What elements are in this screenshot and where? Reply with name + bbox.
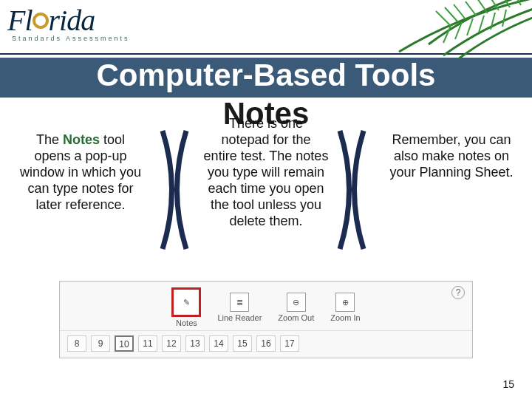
question-number[interactable]: 11 <box>138 335 157 352</box>
page-number: 15 <box>502 378 514 390</box>
toolbar-item-label: Zoom In <box>330 313 360 322</box>
col-left-pre: The <box>36 132 63 147</box>
question-number[interactable]: 14 <box>209 335 228 352</box>
question-number[interactable]: 10 <box>115 335 134 352</box>
palm-frond-decor <box>340 0 532 66</box>
notes-icon: ✎ <box>171 287 201 317</box>
logo-o-ring <box>33 13 49 29</box>
question-number[interactable]: 13 <box>185 335 205 352</box>
toolbar-item-notes[interactable]: ✎Notes <box>171 287 201 327</box>
svg-line-2 <box>454 4 466 19</box>
column-middle: There is one notepad for the entire test… <box>203 105 329 229</box>
zoom-in-icon: ⊕ <box>335 293 355 312</box>
divider-arc-2 <box>318 127 384 253</box>
logo-wordmark: Flrida <box>7 3 130 38</box>
svg-line-13 <box>502 10 506 27</box>
line-reader-icon: ≣ <box>230 293 249 312</box>
svg-line-1 <box>445 7 458 22</box>
toolbar-screenshot: ✎Notes≣Line Reader⊖Zoom Out⊕Zoom In ? 89… <box>59 281 473 358</box>
toolbar-item-label: Notes <box>171 318 201 327</box>
fsa-logo: Flrida Standards Assessments <box>7 3 130 42</box>
col-left-strong: Notes <box>63 132 100 147</box>
question-number[interactable]: 12 <box>162 335 181 352</box>
toolbar-item-label: Zoom Out <box>278 313 314 322</box>
question-number[interactable]: 16 <box>256 335 276 352</box>
question-number[interactable]: 17 <box>280 335 299 352</box>
toolbar-item-label: Line Reader <box>217 313 262 322</box>
question-number[interactable]: 15 <box>233 335 252 352</box>
column-right: Remember, you can also make notes on you… <box>389 105 514 229</box>
toolbar-icons-row: ✎Notes≣Line Reader⊖Zoom Out⊕Zoom In ? <box>60 282 472 331</box>
logo-subtext: Standards Assessments <box>7 35 130 42</box>
zoom-out-icon: ⊖ <box>287 293 306 312</box>
svg-line-10 <box>467 18 473 35</box>
svg-line-3 <box>466 1 477 16</box>
column-left: The Notes tool opens a pop-up window in … <box>18 105 143 229</box>
slide-header: Flrida Standards Assessments <box>0 0 532 55</box>
toolbar-item-zoom-in[interactable]: ⊕Zoom In <box>330 293 360 322</box>
help-icon[interactable]: ? <box>451 286 465 299</box>
question-number[interactable]: 9 <box>91 335 110 352</box>
question-number[interactable]: 8 <box>67 335 86 352</box>
columns-row: The Notes tool opens a pop-up window in … <box>0 105 532 229</box>
svg-line-0 <box>436 11 451 26</box>
toolbar-item-line-reader[interactable]: ≣Line Reader <box>217 293 262 322</box>
toolbar-item-zoom-out[interactable]: ⊖Zoom Out <box>278 293 314 322</box>
question-number-strip: 891011121314151617 <box>60 331 472 358</box>
divider-arc-1 <box>140 127 207 253</box>
